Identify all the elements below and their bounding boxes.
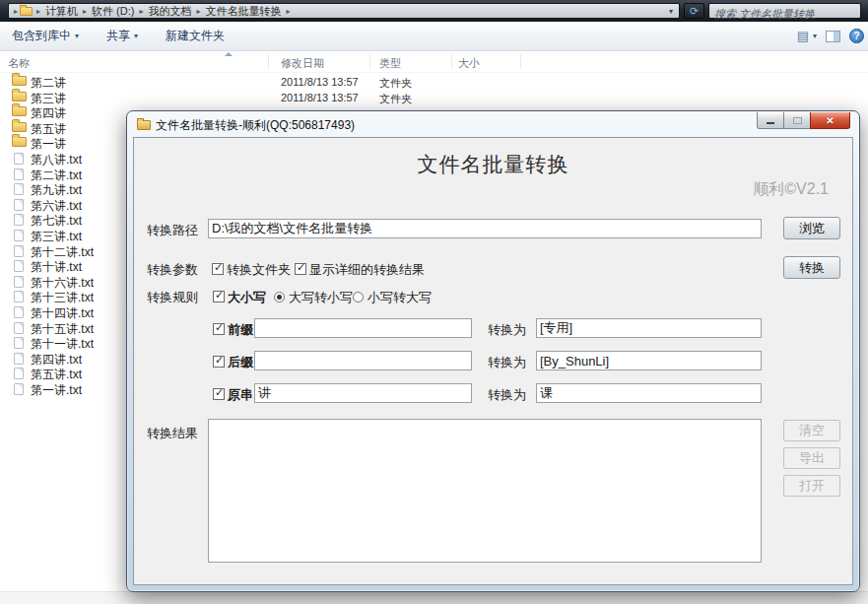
column-header-size[interactable]: 大小 [458,56,480,71]
prefix-to-input[interactable] [536,318,762,338]
column-header-type[interactable]: 类型 [379,56,401,71]
folder-icon [12,122,27,132]
refresh-button[interactable] [684,3,704,19]
result-textarea[interactable] [208,419,762,563]
open-button[interactable]: 打开 [783,475,840,497]
column-divider [268,54,269,69]
text-file-icon [14,260,24,272]
help-button[interactable] [849,29,864,43]
text-file-icon [14,368,24,379]
lower-to-upper-label: 小写转大写 [367,289,432,306]
params-label: 转换参数 [147,261,198,279]
share-button[interactable]: 共享 [106,28,138,44]
original-input[interactable] [254,383,472,403]
breadcrumb-item[interactable]: 计算机 [41,4,82,19]
convert-folder-checkbox[interactable] [212,263,224,275]
preview-pane-button[interactable] [826,31,840,42]
search-input[interactable] [709,7,860,21]
dialog-title-bar[interactable]: 文件名批量转换-顺利(QQ:506817493) [137,116,355,134]
chevron-down-icon [813,32,817,40]
text-file-icon [14,245,24,257]
new-folder-button[interactable]: 新建文件夹 [166,28,225,44]
folder-icon [12,137,27,147]
suffix-label: 后缀 [228,354,253,371]
show-detail-label: 显示详细的转换结果 [309,261,425,279]
upper-to-lower-radio[interactable] [274,292,285,302]
share-label: 共享 [106,28,130,44]
address-dropdown-icon[interactable] [667,7,675,16]
text-file-icon [14,153,24,165]
explorer-toolbar: 包含到库中 共享 新建文件夹 [0,22,868,51]
maximize-button[interactable] [783,112,811,129]
show-detail-checkbox[interactable] [295,263,306,275]
lower-to-upper-radio[interactable] [353,292,364,302]
app-icon [137,120,151,130]
prefix-input[interactable] [254,318,472,338]
convert-button[interactable]: 转换 [783,256,840,279]
close-button[interactable] [810,112,850,129]
column-header-date-modified[interactable]: 修改日期 [281,56,324,71]
dialog-heading: 文件名批量转换 [134,151,852,178]
text-file-icon [14,353,24,365]
upper-to-lower-label: 大写转小写 [289,289,353,306]
chevron-down-icon [75,32,79,40]
column-divider [451,54,452,69]
file-date: 2011/8/13 13:57 [281,92,359,103]
text-file-icon [14,322,24,334]
clear-button[interactable]: 清空 [783,420,840,441]
column-header-row: 名称 修改日期 类型 大小 [0,51,868,73]
file-row[interactable]: 第二讲2011/8/13 13:57文件夹 [0,74,868,90]
folder-icon [12,92,27,101]
dialog-content: 文件名批量转换 顺利©V2.1 转换路径 浏览 转换参数 转换文件夹 显示详细的… [133,137,853,585]
suffix-input[interactable] [254,351,472,370]
path-label: 转换路径 [147,222,198,239]
include-in-library-button[interactable]: 包含到库中 [12,28,79,44]
sort-ascending-icon [225,52,233,56]
maximize-icon [793,117,802,124]
browse-button[interactable]: 浏览 [783,217,840,239]
text-file-icon [14,276,24,288]
text-file-icon [14,337,24,349]
text-file-icon [14,306,24,318]
suffix-to-input[interactable] [536,351,762,370]
suffix-checkbox[interactable] [213,356,225,368]
prefix-convert-to-label: 转换为 [488,321,526,339]
breadcrumb-item[interactable]: 软件 (D:) [88,4,138,19]
dialog-title: 文件名批量转换-顺利(QQ:506817493) [156,117,355,134]
original-checkbox[interactable] [213,388,225,400]
view-options-button[interactable] [797,29,817,43]
include-in-library-label: 包含到库中 [12,28,71,44]
breadcrumb-item[interactable]: 我的文档 [144,4,195,19]
text-file-icon [14,291,24,302]
search-box[interactable] [708,3,861,19]
close-icon [826,115,834,126]
file-date: 2011/8/13 13:57 [281,76,359,88]
file-row[interactable]: 第三讲2011/8/13 13:57文件夹 [0,90,868,105]
new-folder-label: 新建文件夹 [166,28,225,44]
prefix-checkbox[interactable] [213,323,225,335]
original-to-input[interactable] [536,383,762,403]
case-checkbox[interactable] [213,291,225,302]
text-file-icon [14,214,24,226]
minimize-button[interactable] [757,112,784,129]
text-file-icon [14,168,24,180]
text-file-icon [14,199,24,211]
suffix-convert-to-label: 转换为 [488,354,526,371]
address-bar[interactable]: 计算机 软件 (D:) 我的文档 文件名批量转换 [8,3,680,19]
export-button[interactable]: 导出 [783,447,840,469]
folder-icon [12,106,27,116]
window-top-chrome: 计算机 软件 (D:) 我的文档 文件名批量转换 [0,0,868,22]
path-input[interactable] [208,219,762,238]
explorer-window: 计算机 软件 (D:) 我的文档 文件名批量转换 包含到库中 共享 [0,0,868,604]
convert-folder-label: 转换文件夹 [227,261,291,279]
breadcrumb-item[interactable]: 文件名批量转换 [201,4,285,19]
minimize-icon [767,122,774,124]
original-convert-to-label: 转换为 [488,386,526,404]
column-header-name[interactable]: 名称 [8,56,30,71]
breadcrumb-separator-icon [285,7,291,16]
result-label: 转换结果 [147,425,198,442]
dialog-window: 文件名批量转换-顺利(QQ:506817493) 文件名批量转换 顺利©V2.1… [126,110,860,592]
chevron-down-icon [134,32,138,40]
list-view-icon [797,29,809,43]
text-file-icon [14,383,24,395]
